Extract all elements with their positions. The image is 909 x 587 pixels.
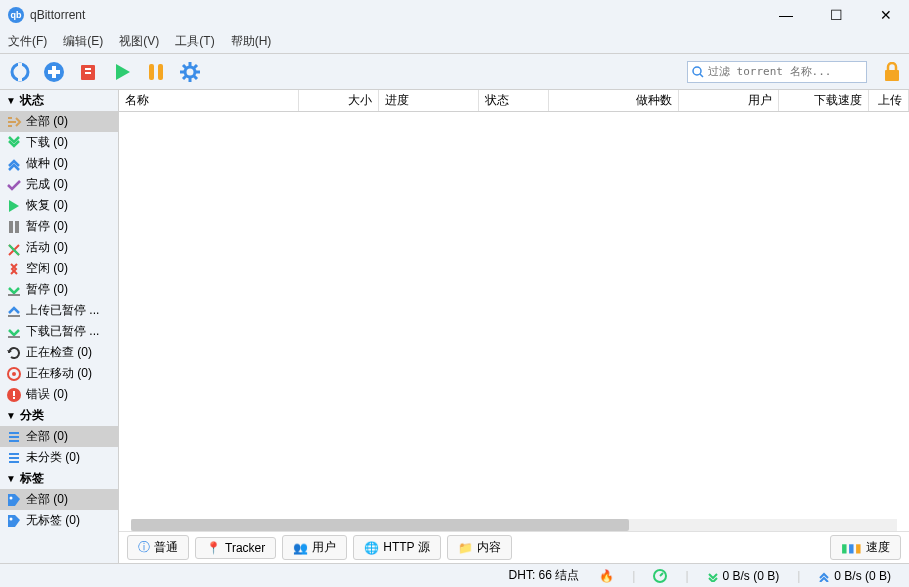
svg-point-32: [12, 372, 16, 376]
speed-limit-icon[interactable]: [653, 569, 667, 583]
column-progress[interactable]: 进度: [379, 90, 479, 111]
tab-tracker[interactable]: 📍Tracker: [195, 537, 276, 559]
svg-rect-11: [158, 64, 163, 80]
horizontal-scrollbar[interactable]: [131, 519, 897, 531]
sidebar-item[interactable]: 暂停 (0): [0, 279, 118, 300]
download-icon: [707, 570, 719, 582]
section-label: 分类: [20, 407, 44, 424]
sidebar-item[interactable]: 上传已暂停 ...: [0, 300, 118, 321]
globe-icon: 🌐: [364, 541, 379, 555]
column-upspeed[interactable]: 上传: [869, 90, 909, 111]
sidebar-item-label: 暂停 (0): [26, 218, 68, 235]
content-area: 名称 大小 进度 状态 做种数 用户 下载速度 上传 ⓘ普通 📍Tracker …: [119, 90, 909, 563]
add-link-button[interactable]: [8, 60, 32, 84]
sidebar-item[interactable]: 未分类 (0): [0, 447, 118, 468]
column-status[interactable]: 状态: [479, 90, 549, 111]
lock-icon[interactable]: [883, 62, 901, 82]
column-dlspeed[interactable]: 下载速度: [779, 90, 869, 111]
tab-general[interactable]: ⓘ普通: [127, 535, 189, 560]
svg-rect-35: [13, 397, 15, 399]
table-body: [119, 112, 909, 531]
app-icon: qb: [8, 7, 24, 23]
settings-button[interactable]: [178, 60, 202, 84]
sidebar-item[interactable]: 无标签 (0): [0, 510, 118, 531]
sidebar-item[interactable]: 活动 (0): [0, 237, 118, 258]
maximize-button[interactable]: ☐: [821, 7, 851, 23]
menu-tools[interactable]: 工具(T): [175, 33, 214, 50]
sidebar-item-label: 下载已暂停 ...: [26, 323, 99, 340]
add-torrent-button[interactable]: [42, 60, 66, 84]
filter-input[interactable]: [708, 65, 862, 78]
sidebar-item[interactable]: 做种 (0): [0, 153, 118, 174]
sidebar-section-category[interactable]: ▼ 分类: [0, 405, 118, 426]
svg-rect-2: [18, 77, 22, 81]
column-peers[interactable]: 用户: [679, 90, 779, 111]
svg-line-20: [194, 65, 197, 68]
sidebar-section-tag[interactable]: ▼ 标签: [0, 468, 118, 489]
sidebar-item[interactable]: 错误 (0): [0, 384, 118, 405]
tab-peers[interactable]: 👥用户: [282, 535, 347, 560]
sidebar-item[interactable]: 完成 (0): [0, 174, 118, 195]
gear-icon: [179, 61, 201, 83]
sidebar-item[interactable]: 恢复 (0): [0, 195, 118, 216]
sidebar-section-status[interactable]: ▼ 状态: [0, 90, 118, 111]
plus-icon: [43, 61, 65, 83]
svg-point-42: [10, 496, 13, 499]
menu-view[interactable]: 视图(V): [119, 33, 159, 50]
chevron-down-icon: ▼: [6, 95, 16, 106]
sidebar-item-label: 正在移动 (0): [26, 365, 92, 382]
sidebar-item[interactable]: 暂停 (0): [0, 216, 118, 237]
chart-icon: ▮▮▮: [841, 541, 862, 555]
svg-rect-1: [18, 63, 22, 67]
svg-rect-28: [8, 315, 20, 317]
sidebar-item-label: 全部 (0): [26, 113, 68, 130]
trash-icon: [78, 62, 98, 82]
sidebar-item-label: 完成 (0): [26, 176, 68, 193]
sidebar-item[interactable]: 全部 (0): [0, 489, 118, 510]
svg-line-22: [700, 74, 703, 77]
scrollbar-thumb[interactable]: [131, 519, 629, 531]
menu-edit[interactable]: 编辑(E): [63, 33, 103, 50]
column-size[interactable]: 大小: [299, 90, 379, 111]
sidebar-item-label: 全部 (0): [26, 428, 68, 445]
sidebar-item-label: 无标签 (0): [26, 512, 80, 529]
svg-line-18: [194, 76, 197, 79]
sidebar-item-label: 未分类 (0): [26, 449, 80, 466]
sidebar-item-label: 错误 (0): [26, 386, 68, 403]
svg-marker-9: [116, 64, 130, 80]
tab-http[interactable]: 🌐HTTP 源: [353, 535, 440, 560]
close-button[interactable]: ✕: [871, 7, 901, 23]
menu-help[interactable]: 帮助(H): [231, 33, 272, 50]
remove-button[interactable]: [76, 60, 100, 84]
sidebar-item[interactable]: 全部 (0): [0, 111, 118, 132]
menu-file[interactable]: 文件(F): [8, 33, 47, 50]
sidebar-item-label: 暂停 (0): [26, 281, 68, 298]
filter-icon: [6, 219, 22, 235]
svg-line-17: [183, 65, 186, 68]
sidebar-item-label: 空闲 (0): [26, 260, 68, 277]
filter-icon: [6, 324, 22, 340]
filter-icon: [6, 135, 22, 151]
svg-point-12: [185, 67, 195, 77]
filter-box[interactable]: [687, 61, 867, 83]
filter-icon: [6, 282, 22, 298]
sidebar-item[interactable]: 下载 (0): [0, 132, 118, 153]
resume-button[interactable]: [110, 60, 134, 84]
sidebar-item[interactable]: 下载已暂停 ...: [0, 321, 118, 342]
column-name[interactable]: 名称: [119, 90, 299, 111]
sidebar-item[interactable]: 正在检查 (0): [0, 342, 118, 363]
minimize-button[interactable]: —: [771, 7, 801, 23]
column-seeds[interactable]: 做种数: [549, 90, 679, 111]
tab-content[interactable]: 📁内容: [447, 535, 512, 560]
play-icon: [112, 62, 132, 82]
sidebar-item-label: 上传已暂停 ...: [26, 302, 99, 319]
tab-speed[interactable]: ▮▮▮速度: [830, 535, 901, 560]
pause-button[interactable]: [144, 60, 168, 84]
sidebar-item[interactable]: 空闲 (0): [0, 258, 118, 279]
filter-icon: [6, 177, 22, 193]
sidebar-item[interactable]: 正在移动 (0): [0, 363, 118, 384]
filter-icon: [6, 240, 22, 256]
chevron-down-icon: ▼: [6, 410, 16, 421]
svg-rect-29: [8, 336, 20, 338]
sidebar-item[interactable]: 全部 (0): [0, 426, 118, 447]
